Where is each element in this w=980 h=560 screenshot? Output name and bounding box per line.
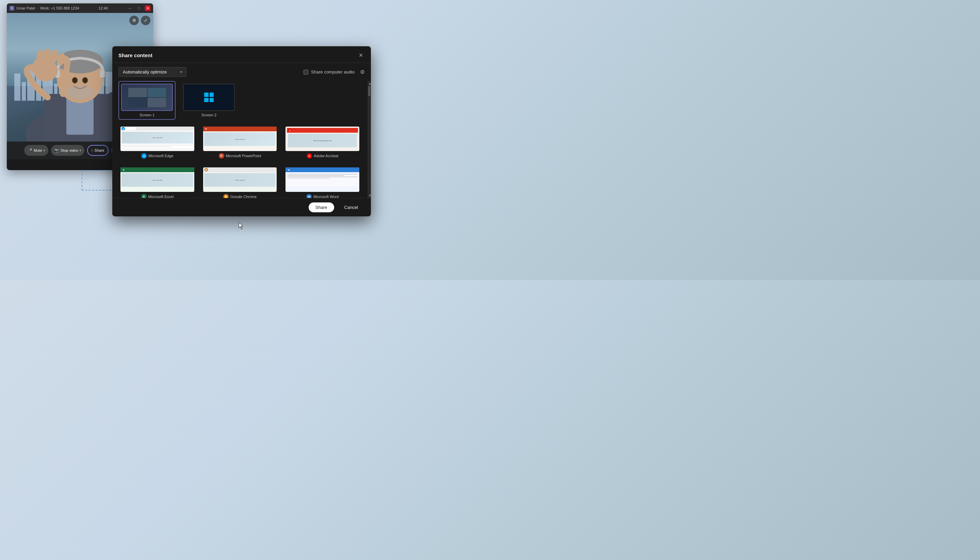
- word-line-2: [287, 175, 343, 176]
- caller-name-title: Umar Patel: [16, 6, 35, 10]
- chrome-thumb: G make it beautiful: [203, 167, 277, 192]
- ppt-content: make it beautiful: [203, 131, 277, 147]
- edge-header: e: [120, 127, 194, 131]
- acrobat-thumb: A Make beautiful Adobe Acrobat: [285, 127, 359, 151]
- screen2-preview: [184, 84, 234, 110]
- chrome-app-item[interactable]: G make it beautiful G Google Chrome: [201, 165, 279, 198]
- video-overlay-icons: ⚙ ⤢: [129, 16, 150, 25]
- scrollbar-thumb[interactable]: [368, 86, 370, 96]
- win-sq-1: [204, 93, 208, 97]
- ppt-app-icon: P: [219, 153, 224, 158]
- mic-icon: 🎤: [28, 148, 32, 153]
- screen2-label: Screen 2: [202, 113, 217, 117]
- edge-tab: [125, 127, 136, 130]
- excel-app-icon: X: [141, 194, 147, 198]
- expand-overlay-icon[interactable]: ⤢: [141, 16, 150, 25]
- screen1-thumb: [121, 84, 173, 111]
- scrollbar-space: [368, 96, 370, 193]
- ppt-slide: make it beautiful: [204, 132, 276, 146]
- svg-point-8: [82, 77, 88, 83]
- audio-settings-icon[interactable]: ⚙: [360, 69, 365, 75]
- chrome-preview: make it beautiful: [204, 173, 276, 187]
- excel-header: X: [120, 167, 194, 172]
- acrobat-header: A: [287, 128, 358, 133]
- content-grid: Screen 1 Screen: [112, 81, 368, 198]
- word-app-icon: W: [306, 194, 312, 198]
- word-line-1: [287, 174, 358, 175]
- word-thumb: W: [285, 167, 359, 192]
- acrobat-preview: Make beautiful Adobe Acrobat: [288, 134, 357, 147]
- chrome-icon-mini: G: [205, 168, 208, 172]
- screen1-cell-1: [128, 88, 147, 97]
- acrobat-thumb-content: A Make beautiful Adobe Acrobat: [285, 127, 359, 151]
- excel-app-item[interactable]: X make it beautiful X Microsoft Excel: [118, 165, 196, 198]
- edge-label: Microsoft Edge: [148, 154, 173, 158]
- optimize-dropdown[interactable]: Automatically optimize ▾: [118, 67, 187, 77]
- excel-label: Microsoft Excel: [148, 195, 174, 198]
- scroll-up-arrow[interactable]: ▲: [368, 82, 370, 85]
- minimize-button[interactable]: ─: [127, 5, 133, 11]
- edge-content: make it beautiful: [120, 131, 194, 148]
- settings-overlay-icon[interactable]: ⚙: [129, 16, 139, 25]
- acrobat-preview-text: Make beautiful Adobe Acrobat: [313, 140, 332, 142]
- excel-thumb: X make it beautiful: [120, 167, 194, 192]
- excel-preview-text: make it beautiful: [152, 179, 162, 181]
- maximize-button[interactable]: □: [136, 5, 142, 11]
- share-button[interactable]: ↑ Share: [87, 145, 108, 156]
- close-button[interactable]: ✕: [145, 5, 150, 11]
- teams-logo-icon: T: [10, 6, 14, 10]
- share-label: Share: [94, 148, 104, 152]
- ppt-preview-text: make it beautiful: [235, 138, 245, 140]
- word-line-3: [287, 177, 358, 177]
- screen2-item[interactable]: Screen 2: [180, 81, 238, 120]
- ppt-header: P: [203, 127, 277, 131]
- windows-logo-icon: [204, 93, 214, 102]
- audio-checkbox[interactable]: [303, 70, 308, 75]
- mute-label: Mute: [34, 148, 42, 152]
- edge-thumb: e make it beautiful: [120, 127, 194, 151]
- titlebar-left: T Umar Patel · Work: +1 555 888 1234: [10, 6, 79, 10]
- ppt-thumb: P make it beautiful: [203, 127, 277, 151]
- scroll-down-arrow[interactable]: ▼: [368, 193, 370, 197]
- acrobat-label: Adobe Acrobat: [314, 154, 338, 158]
- win-sq-3: [204, 98, 208, 102]
- word-header: W: [285, 167, 359, 172]
- empty-cell-1: [242, 81, 300, 120]
- chrome-header: G: [203, 167, 277, 172]
- empty-cell-2: [304, 81, 362, 120]
- stop-video-label: Stop video: [60, 148, 78, 152]
- dialog-header: Share content ✕: [112, 46, 371, 63]
- apps-row-2: X make it beautiful X Microsoft Excel: [118, 165, 362, 198]
- acrobat-app-item[interactable]: A Make beautiful Adobe Acrobat A Adobe A…: [283, 125, 362, 161]
- dialog-title: Share content: [118, 52, 152, 58]
- word-preview: [287, 173, 358, 187]
- edge-app-item[interactable]: e make it beautiful: [118, 125, 196, 161]
- ppt-app-item[interactable]: P make it beautiful P Microsoft PowerPoi…: [201, 125, 279, 161]
- edge-content-line: [122, 145, 193, 146]
- scrollbar-track[interactable]: ▲ ▼: [368, 81, 371, 198]
- stop-video-button[interactable]: 📷 Stop video ▾: [51, 145, 84, 156]
- dialog-close-button[interactable]: ✕: [357, 51, 365, 59]
- cancel-dialog-button[interactable]: Cancel: [338, 202, 365, 212]
- edge-thumb-content: e make it beautiful: [120, 127, 194, 151]
- excel-thumb-content: X make it beautiful: [120, 167, 194, 192]
- dialog-content: Screen 1 Screen: [112, 81, 371, 198]
- titlebar-time: 12:40: [99, 6, 108, 10]
- chrome-preview-text: make it beautiful: [235, 179, 245, 181]
- acrobat-app-icon: A: [307, 153, 312, 158]
- caller-phone-detail: Work: +1 555 888 1234: [40, 6, 79, 10]
- video-icon: 📷: [55, 148, 59, 153]
- optimize-chevron-icon: ▾: [180, 70, 182, 74]
- edge-icon-mini: e: [122, 127, 125, 130]
- ppt-label: Microsoft PowerPoint: [226, 154, 261, 158]
- word-label: Microsoft Word: [313, 195, 338, 198]
- titlebar-controls: ─ □ ✕: [127, 5, 150, 11]
- screen1-item[interactable]: Screen 1: [118, 81, 176, 120]
- share-dialog-button[interactable]: Share: [308, 202, 334, 212]
- word-content: [285, 172, 359, 188]
- svg-point-9: [67, 85, 93, 99]
- word-app-item[interactable]: W: [283, 165, 362, 198]
- edge-preview-image: make it beautiful: [122, 132, 193, 143]
- mute-button[interactable]: 🎤 Mute ▾: [24, 145, 48, 156]
- edge-app-icon: e: [141, 153, 147, 158]
